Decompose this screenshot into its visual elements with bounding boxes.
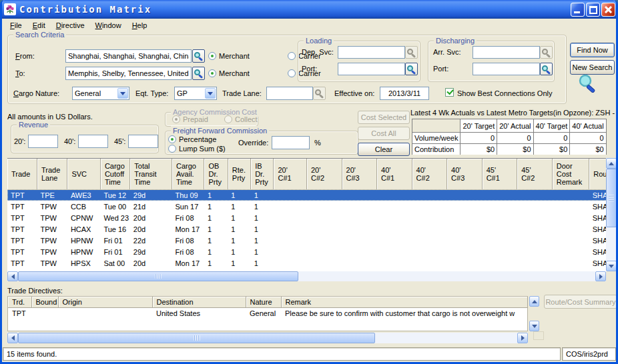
- results-hscrollbar[interactable]: [7, 271, 606, 281]
- prepaid-radio[interactable]: [172, 115, 180, 123]
- result-row[interactable]: TPT TPE AWE3 Tue 12 29d Thu 09 1 1 1: [7, 189, 606, 201]
- menu-help[interactable]: Help: [127, 20, 153, 31]
- cargo-nature-label: Cargo Nature:: [13, 89, 59, 97]
- menu-directive[interactable]: Directive: [51, 20, 90, 31]
- cost-selected-button[interactable]: Cost Selected: [358, 111, 410, 124]
- new-search-button[interactable]: New Search: [570, 60, 615, 75]
- results-column-header[interactable]: Cargo Cutoff Time: [100, 159, 129, 189]
- minimize-button[interactable]: [571, 3, 585, 17]
- percentage-radio[interactable]: [168, 135, 176, 143]
- result-cell: TPW: [37, 212, 67, 223]
- scroll-up-button[interactable]: [606, 158, 617, 169]
- maximize-button[interactable]: [586, 3, 600, 17]
- results-column-header[interactable]: Trade: [7, 159, 37, 189]
- result-row[interactable]: TPT TPW HCAX Tue 16 20d Mon 17 1 1 1: [7, 223, 606, 235]
- lump-sum-radio[interactable]: [168, 145, 176, 153]
- cost-all-button[interactable]: Cost All: [358, 127, 410, 140]
- discharging-port-input[interactable]: [473, 63, 540, 75]
- result-row[interactable]: TPT TPW HPSX Sat 00 20d Mon 17 1 1 1: [7, 257, 606, 269]
- directives-column-header[interactable]: Destination: [152, 297, 246, 307]
- scroll-down-button[interactable]: [606, 261, 617, 271]
- loading-port-search-button[interactable]: [405, 63, 418, 75]
- results-column-header[interactable]: Total Transit Time: [130, 159, 172, 189]
- directives-column-header[interactable]: Remark: [281, 297, 527, 307]
- dep-svc-input[interactable]: [338, 46, 405, 59]
- from-carrier-radio[interactable]: [288, 52, 296, 60]
- results-column-header[interactable]: 45' C#1: [482, 159, 517, 189]
- result-cell: [447, 189, 483, 201]
- results-column-header[interactable]: IB Dr. Prty: [251, 159, 274, 189]
- directives-column-header[interactable]: Trd.: [8, 297, 31, 307]
- directive-row[interactable]: TPT United States General Please be sure…: [8, 307, 527, 319]
- directives-scroll-up-button[interactable]: [529, 296, 539, 307]
- menu-window[interactable]: Window: [90, 20, 127, 31]
- metro-column-header: 40' Target: [533, 119, 570, 133]
- results-column-header[interactable]: 45' C#2: [517, 159, 553, 189]
- show-best-label: Show Best Connections Only: [457, 89, 552, 97]
- results-column-header[interactable]: 20' C#2: [306, 159, 342, 189]
- revenue-40-input[interactable]: [78, 135, 108, 148]
- override-input[interactable]: [272, 136, 310, 149]
- menu-edit[interactable]: Edit: [27, 20, 51, 31]
- vscroll-thumb[interactable]: [606, 169, 617, 227]
- close-button[interactable]: [601, 3, 615, 17]
- from-input[interactable]: [65, 49, 192, 63]
- results-column-header[interactable]: OB Dr. Prty: [204, 159, 228, 189]
- result-cell: [274, 201, 307, 212]
- loading-port-input[interactable]: [338, 63, 405, 75]
- scroll-right-button[interactable]: [595, 271, 606, 281]
- show-best-checkbox[interactable]: [445, 88, 454, 97]
- directives-scroll-down-button[interactable]: [529, 321, 539, 331]
- scroll-left-button[interactable]: [7, 333, 18, 343]
- to-search-button[interactable]: [192, 67, 205, 80]
- results-column-header[interactable]: 40' C#1: [377, 159, 412, 189]
- metro-row: Volume/week 0 0 0 0: [412, 133, 607, 144]
- revenue-45-input[interactable]: [128, 135, 158, 148]
- scroll-right-button[interactable]: [517, 333, 528, 343]
- result-row[interactable]: TPT TPW CPNW Wed 23 20d Fri 08 1 1 1: [7, 212, 606, 223]
- trade-lane-search-button[interactable]: [313, 87, 326, 100]
- dep-svc-search-button[interactable]: [405, 46, 418, 59]
- results-column-header[interactable]: Trade Lane: [37, 159, 67, 189]
- menu-file[interactable]: File: [5, 20, 27, 31]
- from-search-button[interactable]: [192, 49, 205, 63]
- to-carrier-radio[interactable]: [288, 69, 296, 77]
- result-row[interactable]: TPT TPW HPNW Fri 01 29d Fri 08 1 1 1: [7, 246, 606, 257]
- effective-on-input[interactable]: [380, 87, 429, 100]
- hscroll-thumb[interactable]: [18, 333, 375, 343]
- from-merchant-radio[interactable]: [208, 52, 216, 60]
- to-input[interactable]: [65, 67, 192, 80]
- results-column-header[interactable]: SVC: [67, 159, 101, 189]
- result-cell: 1: [228, 201, 250, 212]
- scroll-left-button[interactable]: [7, 271, 18, 281]
- cargo-nature-select[interactable]: General: [72, 87, 129, 100]
- arr-svc-search-button[interactable]: [540, 46, 553, 59]
- find-now-button[interactable]: Find Now: [570, 43, 615, 57]
- revenue-20-input[interactable]: [28, 135, 58, 148]
- results-column-header[interactable]: Route: [589, 159, 606, 189]
- hscroll-thumb[interactable]: [18, 271, 298, 281]
- result-cell: [306, 189, 342, 201]
- eqt-type-select[interactable]: GP: [174, 87, 217, 100]
- clear-button[interactable]: Clear: [358, 143, 410, 156]
- directives-column-header[interactable]: Bound: [31, 297, 58, 307]
- results-column-header[interactable]: Door Cost Remark: [552, 159, 589, 189]
- results-column-header[interactable]: 20' C#1: [274, 159, 307, 189]
- discharging-port-search-button[interactable]: [540, 63, 553, 75]
- results-column-header[interactable]: 40' C#2: [412, 159, 447, 189]
- collect-radio[interactable]: [224, 115, 232, 123]
- to-merchant-radio[interactable]: [208, 69, 216, 77]
- results-column-header[interactable]: 40' C#3: [447, 159, 483, 189]
- directives-column-header[interactable]: Origin: [58, 297, 152, 307]
- trade-lane-input[interactable]: [266, 87, 313, 100]
- results-column-header[interactable]: Rte. Prty: [228, 159, 250, 189]
- result-row[interactable]: TPT TPW HPNW Fri 01 22d Fri 08 1 1 1: [7, 235, 606, 246]
- results-column-header[interactable]: Cargo Avail. Time: [172, 159, 204, 189]
- results-vscrollbar[interactable]: [606, 158, 617, 271]
- arr-svc-input[interactable]: [473, 46, 540, 59]
- directives-hscrollbar[interactable]: [7, 333, 528, 343]
- result-row[interactable]: TPT TPW CCB Tue 00 21d Sun 17 1 1 1: [7, 201, 606, 212]
- route-cost-summary-button[interactable]: Route/Cost Summary: [544, 295, 617, 309]
- directives-column-header[interactable]: Nature: [246, 297, 281, 307]
- results-column-header[interactable]: 20' C#3: [342, 159, 377, 189]
